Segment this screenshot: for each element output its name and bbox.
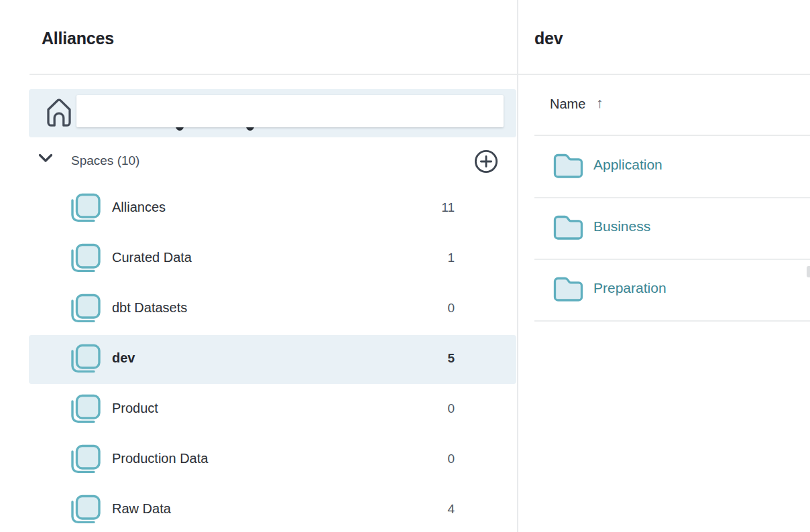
space-icon: [70, 394, 101, 425]
folder-icon: [553, 153, 584, 180]
space-row-production-data[interactable]: Production Data 0: [29, 436, 516, 484]
folder-link[interactable]: Application: [593, 157, 662, 173]
folder-row-business[interactable]: Business: [534, 197, 810, 260]
space-label: dbt Datasets: [112, 300, 187, 316]
space-count: 0: [375, 452, 455, 466]
space-label: Raw Data: [112, 501, 171, 517]
add-space-button[interactable]: [473, 149, 499, 174]
name-column-header[interactable]: Name: [550, 96, 585, 112]
space-label: Alliances: [112, 200, 166, 215]
sort-ascending-icon[interactable]: ↑: [596, 95, 603, 111]
space-icon: [70, 494, 101, 526]
space-count: 5: [375, 351, 455, 366]
space-count: 11: [375, 200, 455, 215]
left-panel-title: Alliances: [42, 29, 114, 48]
space-row-curated-data[interactable]: Curated Data 1: [29, 235, 516, 283]
home-icon: [46, 96, 72, 129]
app-window: Alliances Spaces (10): [0, 0, 810, 532]
left-title-divider: [30, 74, 517, 75]
space-label: Product: [112, 401, 158, 416]
folder-row-application[interactable]: Application: [534, 135, 810, 198]
folder-icon: [553, 276, 584, 303]
space-icon: [70, 444, 101, 476]
space-row-dev[interactable]: dev 5: [29, 335, 516, 384]
space-label: Curated Data: [112, 250, 192, 265]
space-icon: [70, 193, 101, 224]
folder-link[interactable]: Business: [593, 218, 650, 235]
panel-divider: [517, 0, 518, 532]
space-count: 0: [375, 301, 455, 316]
right-title-divider: [518, 74, 810, 75]
space-label: dev: [112, 350, 135, 366]
space-count: 0: [375, 401, 455, 416]
space-count: 4: [375, 502, 455, 517]
folder-icon: [553, 214, 584, 241]
right-panel-title: dev: [534, 29, 563, 48]
spaces-section-label: Spaces (10): [71, 153, 139, 168]
space-row-alliances[interactable]: Alliances 11: [29, 184, 516, 233]
folder-link[interactable]: Preparation: [593, 280, 667, 296]
space-row-raw-data[interactable]: Raw Data 4: [29, 486, 516, 532]
home-row[interactable]: [29, 89, 516, 137]
space-icon: [70, 243, 101, 275]
space-icon: [70, 293, 101, 325]
chevron-down-icon[interactable]: [38, 153, 53, 163]
space-row-product[interactable]: Product 0: [29, 385, 516, 434]
space-label: Production Data: [112, 451, 208, 466]
redaction-overlay: [76, 95, 504, 127]
spaces-section-row[interactable]: Spaces (10): [0, 147, 517, 176]
space-count: 1: [375, 251, 455, 265]
folder-row-preparation[interactable]: Preparation: [534, 259, 810, 322]
space-row-dbt-datasets[interactable]: dbt Datasets 0: [29, 285, 516, 334]
table-header-row: Name ↑: [534, 87, 810, 136]
right-edge-artifact: [807, 266, 810, 277]
space-icon: [70, 344, 101, 375]
